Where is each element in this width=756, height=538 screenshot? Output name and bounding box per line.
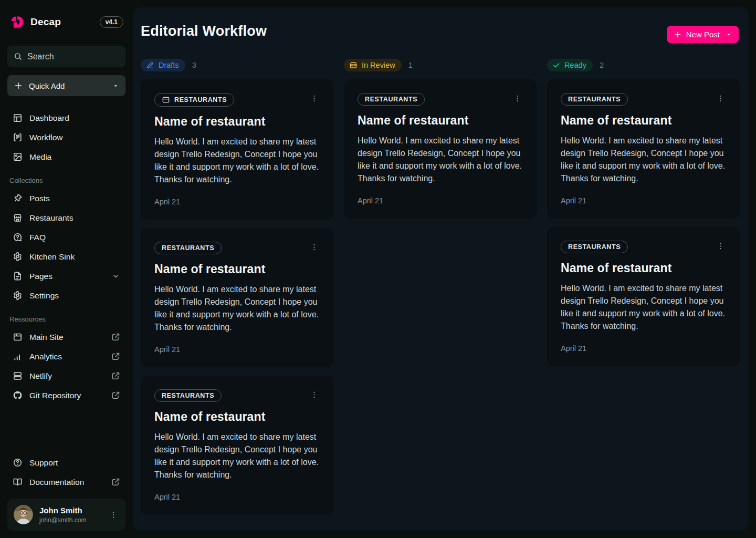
card-menu-button[interactable] [309,389,320,400]
card-tag: RESTAURANTS [154,242,222,254]
bar-chart-icon [13,351,23,361]
search-input[interactable] [27,52,136,61]
external-link-icon [111,478,120,487]
sidebar: Decap v4.1 Quick Add Dashboard Workflow … [0,0,133,538]
sidebar-item-workflow[interactable]: Workflow [7,128,125,147]
sidebar-item-media[interactable]: Media [7,148,125,166]
sidebar-item-label: Netlify [29,371,52,381]
card-menu-button[interactable] [309,242,320,253]
card-date: April 21 [154,493,320,501]
workflow-card[interactable]: RESTAURANTS Name of restaurant Hello Wor… [344,79,537,219]
card-title: Name of restaurant [358,113,523,128]
card-menu-button[interactable] [512,93,523,104]
column-in-review: In Review 1 RESTAURANTS Name of restaura… [344,59,537,227]
gear-icon [13,291,23,301]
card-tag-label: RESTAURANTS [162,244,214,252]
inbox-icon [349,61,358,69]
card-date: April 21 [358,196,523,205]
sidebar-item-label: Documentation [29,478,84,487]
chevron-down-icon[interactable] [111,272,120,281]
sidebar-item-support[interactable]: Support [7,453,125,472]
kebab-icon [716,94,725,103]
card-excerpt: Hello World. I am excited to share my la… [561,282,726,333]
card-excerpt: Hello World. I am excited to share my la… [154,283,320,334]
browser-icon [13,332,23,342]
column-ready: Ready 2 RESTAURANTS Name of restaurant H… [547,59,740,375]
card-menu-button[interactable] [309,93,320,104]
card-menu-button[interactable] [715,93,726,104]
github-icon [13,390,23,400]
card-date: April 21 [154,198,320,206]
user-info: John Smith john@smith.com [39,506,101,524]
avatar [14,505,33,524]
user-menu-button[interactable] [108,509,119,521]
user-card[interactable]: John Smith john@smith.com [7,499,125,531]
card-top: RESTAURANTS [561,93,726,106]
plus-icon [14,81,23,90]
workflow-card[interactable]: RESTAURANTS Name of restaurant Hello Wor… [547,227,740,366]
gear-icon [13,252,23,262]
workflow-card[interactable]: RESTAURANTS Name of restaurant Hello Wor… [141,376,333,515]
card-excerpt: Hello World. I am excited to share my la… [358,134,523,185]
sidebar-item-restaurants[interactable]: Restaurants [7,209,125,227]
footer-nav: Support Documentation [7,453,125,492]
sidebar-item-label: Kitchen Sink [29,252,75,262]
sidebar-item-pages[interactable]: Pages [7,267,125,285]
drafts-status-badge[interactable]: Drafts [141,59,185,71]
sidebar-item-label: Git Repository [29,391,81,400]
document-icon [13,271,23,281]
column-name: Ready [564,61,586,69]
new-post-button[interactable]: New Post [667,26,739,43]
search-box[interactable] [7,46,125,67]
sidebar-item-documentation[interactable]: Documentation [7,473,125,491]
card-tag: RESTAURANTS [561,241,628,253]
card-tag-label: RESTAURANTS [568,243,621,251]
check-icon [552,61,560,69]
card-tag: RESTAURANTS [561,93,628,106]
question-bubble-icon [13,232,23,242]
workflow-card[interactable]: RESTAURANTS Name of restaurant Hello Wor… [547,79,740,219]
card-top: RESTAURANTS [154,242,320,254]
workflow-card[interactable]: RESTAURANTS Name of restaurant Hello Wor… [141,79,333,220]
quick-add-button[interactable]: Quick Add [7,75,125,96]
sidebar-item-label: Support [29,458,58,468]
card-tag: RESTAURANTS [154,389,222,402]
workflow-board: Drafts 3 RESTAURANTS Name of restaurant … [141,59,739,523]
external-link-icon [111,371,120,380]
workflow-card[interactable]: RESTAURANTS Name of restaurant Hello Wor… [141,228,333,367]
sidebar-item-label: Media [29,152,51,162]
sidebar-item-main-site[interactable]: Main Site [7,328,125,346]
caret-down-icon [726,32,732,38]
collection-card-icon [162,96,170,104]
card-menu-button[interactable] [715,241,726,252]
sidebar-item-git-repository[interactable]: Git Repository [7,386,125,405]
card-date: April 21 [561,196,726,205]
main-header: Editorial Workflow New Post [141,23,739,43]
kebab-icon [310,94,319,103]
resources-section-label: Ressources [9,315,120,323]
pencil-icon [146,61,154,69]
storefront-icon [13,213,23,223]
card-title: Name of restaurant [561,113,726,128]
sidebar-item-kitchen-sink[interactable]: Kitchen Sink [7,247,125,266]
sidebar-item-analytics[interactable]: Analytics [7,347,125,366]
sidebar-item-netlify[interactable]: Netlify [7,367,125,385]
sidebar-item-dashboard[interactable]: Dashboard [7,109,125,127]
card-excerpt: Hello World. I am excited to share my la… [154,136,320,186]
primary-nav: Dashboard Workflow Media [7,109,125,167]
sidebar-item-faq[interactable]: FAQ [7,228,125,246]
sidebar-item-posts[interactable]: Posts [7,189,125,208]
app-logo-row: Decap v4.1 [9,14,123,30]
column-drafts-header: Drafts 3 [141,59,333,71]
in-review-status-badge[interactable]: In Review [344,59,402,71]
dashboard-icon [13,113,23,123]
card-top: RESTAURANTS [561,241,726,253]
column-ready-header: Ready 2 [547,59,740,71]
column-count: 3 [192,61,196,69]
sidebar-item-settings[interactable]: Settings [7,286,125,305]
card-date: April 21 [561,344,726,353]
card-title: Name of restaurant [561,261,726,275]
ready-status-badge[interactable]: Ready [547,59,593,71]
column-name: In Review [362,61,395,69]
sidebar-item-label: Analytics [29,352,62,361]
